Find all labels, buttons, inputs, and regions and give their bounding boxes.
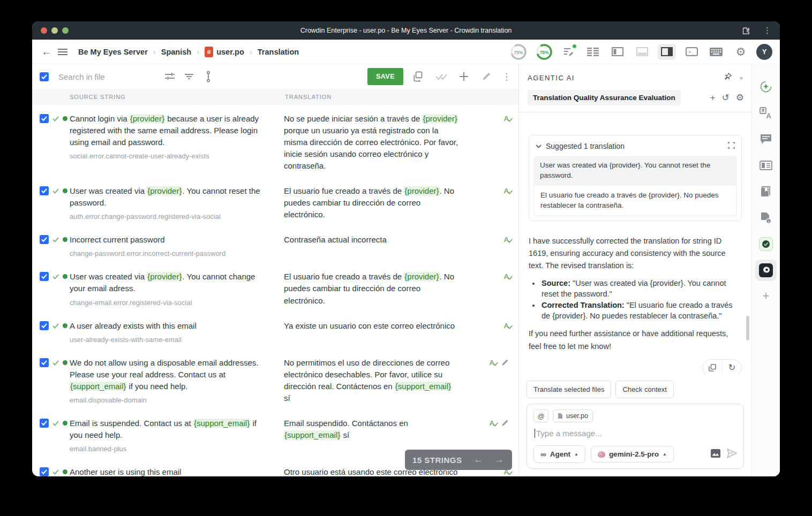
context-card-icon[interactable] [755,155,777,176]
edit-string-icon[interactable] [479,70,493,84]
keyboard-icon[interactable] [707,44,725,60]
file-info-icon[interactable]: i [755,207,777,229]
row-checkbox[interactable] [40,419,49,428]
proofread-icon[interactable] [560,44,577,60]
breadcrumb-file[interactable]: a user.po [205,47,244,57]
user-avatar[interactable]: Y [756,44,772,60]
panel-scrollbar[interactable] [746,316,749,340]
edit-translation-icon[interactable] [501,419,509,429]
ai-message-outro: If you need further assistance or have a… [529,328,742,352]
minimize-window-button[interactable] [51,27,58,34]
qa-passed-icon[interactable]: A [504,272,509,280]
pin-panel-icon[interactable] [723,72,732,84]
agent-mode-dropdown[interactable]: ∞ Agent ▲ [533,445,585,463]
qa-passed-icon[interactable]: A [490,419,494,427]
message-input[interactable]: Type a message... [535,429,736,438]
translation-text: El usuario fue creado a través de {provi… [284,185,473,221]
row-checkbox[interactable] [40,467,49,476]
row-checkbox[interactable] [40,358,49,367]
row-checkbox[interactable] [40,235,49,244]
next-page-icon[interactable]: → [495,454,504,465]
copy-source-icon[interactable] [412,70,426,84]
comments-icon[interactable] [755,128,777,150]
close-window-button[interactable] [41,27,47,34]
qa-passed-icon[interactable]: A [490,359,494,367]
add-string-icon[interactable] [457,70,471,84]
breadcrumb-language[interactable]: Spanish [161,48,191,56]
qa-checks-app-icon[interactable] [755,233,777,255]
side-by-side-view-icon[interactable] [584,44,602,60]
add-tool-icon[interactable]: + [763,289,770,303]
translated-check-icon [52,235,59,245]
string-row[interactable]: Cannot login via {provider} because a us… [32,105,518,177]
model-dropdown[interactable]: gemini-2.5-pro ▲ [591,446,674,462]
filter-icon[interactable] [182,70,196,84]
save-button[interactable]: SAVE [367,68,403,85]
zoom-window-button[interactable] [62,27,69,34]
back-button[interactable]: ← [39,44,55,60]
row-checkbox[interactable] [40,321,49,330]
expand-icon[interactable] [728,142,735,150]
left-panel-layout-icon[interactable] [608,44,627,60]
qa-passed-icon[interactable]: A [504,236,509,244]
search-input[interactable] [58,72,157,81]
ai-message-intro: I have successfully corrected the transl… [529,235,742,272]
browser-menu-icon[interactable]: ⋮ [763,26,771,35]
history-icon[interactable]: ↺ [722,93,730,102]
extensions-puzzle-icon[interactable] [738,22,754,39]
translate-selected-files-button[interactable]: Translate selected files [527,381,611,398]
select-all-checkbox[interactable] [40,72,49,81]
chevron-down-icon[interactable] [536,145,542,148]
mention-icon[interactable]: @ [533,409,548,422]
new-chat-icon[interactable]: + [710,93,716,102]
previous-page-icon[interactable]: ← [474,454,483,465]
approve-all-icon[interactable] [434,70,448,84]
ai-suggestions-icon[interactable] [755,76,777,97]
copy-response-icon[interactable] [703,360,722,374]
send-message-icon[interactable] [727,449,737,460]
glossary-book-icon[interactable] [755,181,777,202]
tune-filters-icon[interactable] [163,70,177,84]
string-flow-icon[interactable] [201,70,215,84]
right-panel-layout-icon[interactable] [658,44,676,60]
string-row[interactable]: Incorrect current password change-passwo… [32,226,518,263]
source-text: Cannot login via {provider} because a us… [70,113,284,148]
breadcrumb-section[interactable]: Translation [258,48,299,56]
string-row[interactable]: User was created via {provider}. You can… [32,263,518,312]
attach-image-icon[interactable] [711,449,720,460]
row-checkbox[interactable] [40,114,49,123]
main-menu-icon[interactable] [55,44,71,60]
suggested-header[interactable]: Suggested 1 translation [546,142,625,150]
qa-passed-icon[interactable]: A [504,187,509,195]
qa-passed-icon[interactable]: A [504,322,509,330]
settings-gear-icon[interactable]: ⚙ [732,44,750,60]
machine-translation-icon[interactable]: A [755,102,777,124]
string-row[interactable]: We do not allow using a disposable email… [32,349,518,409]
regenerate-icon[interactable]: ↻ [722,360,741,374]
file-context-chip[interactable]: user.po [553,409,593,422]
terminal-icon[interactable]: >_ [682,44,701,60]
suggested-source-text: User was created via {provider}. You can… [533,156,737,186]
approval-progress-ring[interactable]: 75% [535,42,554,62]
editor-toolbar: SAVE ⋮ [32,64,518,89]
row-checkbox[interactable] [40,272,49,281]
bottom-panel-layout-icon[interactable] [633,44,651,60]
collapse-panel-icon[interactable]: ▾ [740,74,743,82]
string-key: social.error.cannot-create-user-already-… [70,152,284,160]
check-context-button[interactable]: Check context [615,381,673,398]
string-row[interactable]: A user already exists with this email us… [32,312,518,349]
breadcrumb-project[interactable]: Be My Eyes Server [78,48,148,56]
row-checkbox[interactable] [40,186,49,195]
qa-passed-icon[interactable]: A [504,115,509,123]
translation-progress-ring[interactable]: 75% [509,42,528,62]
panel-settings-gear-icon[interactable]: ⚙ [736,93,744,102]
tab-quality-assurance[interactable]: Translation Quality Assurance Evaluation [528,90,681,105]
message-composer[interactable]: @ user.po Type a message... ∞ Agent ▲ [527,404,744,469]
more-options-icon[interactable]: ⋮ [502,71,511,82]
translated-check-icon [52,186,59,196]
window-title: Crowdin Enterprise - user.po - Be My Eye… [32,27,780,34]
agentic-ai-app-icon[interactable] [755,260,777,281]
edit-translation-icon[interactable] [501,359,509,369]
approved-status-dot [63,323,67,328]
string-row[interactable]: User was created via {provider}. You can… [32,177,518,226]
